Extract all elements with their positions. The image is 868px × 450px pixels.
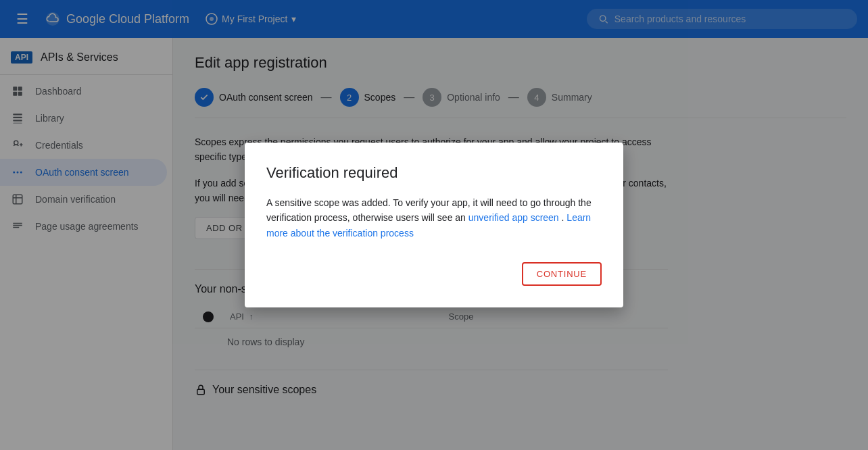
dialog-body-mid: .: [559, 212, 567, 223]
verification-dialog: Verification required A sensitive scope …: [245, 143, 623, 307]
continue-button[interactable]: CONTINUE: [522, 262, 602, 286]
modal-overlay: Verification required A sensitive scope …: [173, 38, 868, 450]
dialog-actions: CONTINUE: [266, 262, 602, 286]
main-content: Edit app registration OAuth consent scre…: [173, 38, 868, 450]
dialog-body: A sensitive scope was added. To verify y…: [266, 195, 602, 241]
unverified-app-screen-link[interactable]: unverified app screen: [468, 212, 559, 223]
dialog-title: Verification required: [266, 164, 602, 182]
